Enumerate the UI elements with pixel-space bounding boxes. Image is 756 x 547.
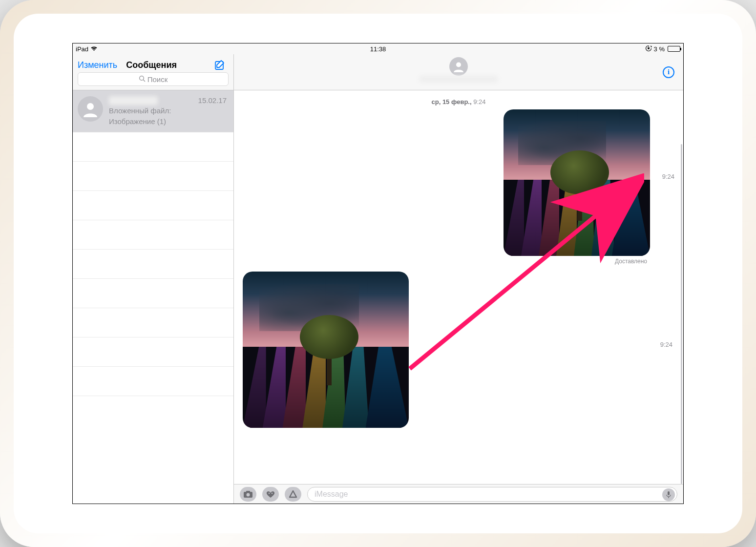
message-sent[interactable]: 9:24	[243, 109, 674, 256]
messages-scroll[interactable]: ср, 15 февр., 9:24	[234, 90, 683, 504]
conversation-name	[109, 96, 158, 105]
battery-icon	[668, 46, 680, 52]
svg-point-5	[87, 103, 94, 110]
list-item	[73, 132, 233, 162]
svg-point-11	[269, 492, 270, 493]
conversation-row[interactable]: 15.02.17 Вложенный файл: Изображение (1)	[73, 90, 233, 132]
contact-name	[420, 76, 498, 83]
sidebar-header: Изменить Сообщения Поиск	[73, 54, 233, 90]
list-item	[73, 308, 233, 337]
app-content: Изменить Сообщения Поиск	[73, 54, 683, 504]
search-icon	[139, 75, 146, 84]
search-input[interactable]: Поиск	[78, 72, 229, 86]
digital-touch-button[interactable]	[262, 487, 279, 502]
status-bar: iPad 11:38 3 %	[73, 43, 683, 54]
list-item	[73, 220, 233, 250]
message-placeholder: iMessage	[315, 490, 348, 499]
svg-rect-1	[648, 47, 650, 49]
sent-timestamp: 9:24	[662, 173, 674, 180]
svg-point-6	[456, 62, 461, 67]
svg-point-12	[272, 492, 273, 493]
svg-rect-9	[246, 491, 250, 492]
conversations-list[interactable]: 15.02.17 Вложенный файл: Изображение (1)	[73, 90, 233, 504]
screen: iPad 11:38 3 %	[72, 43, 684, 504]
battery-percent: 3 %	[654, 45, 665, 53]
conversation-date: 15.02.17	[198, 96, 227, 105]
clock: 11:38	[370, 45, 386, 53]
rotation-lock-icon	[645, 45, 652, 53]
message-input[interactable]: iMessage	[307, 487, 677, 502]
list-item	[73, 191, 233, 220]
contact-avatar[interactable]	[449, 57, 468, 76]
wifi-icon	[90, 45, 98, 53]
compose-button[interactable]	[214, 59, 227, 74]
conversations-sidebar: Изменить Сообщения Поиск	[73, 54, 234, 504]
list-item	[73, 250, 233, 279]
search-placeholder: Поиск	[147, 75, 168, 84]
device-label: iPad	[76, 45, 88, 53]
list-item	[73, 337, 233, 367]
conversation-preview-line1: Вложенный файл:	[109, 106, 227, 116]
compose-bar: iMessage	[234, 484, 683, 504]
info-button[interactable]: i	[663, 66, 674, 78]
sent-image-attachment[interactable]	[504, 109, 650, 256]
delivery-status: Доставлено	[243, 258, 674, 265]
svg-point-3	[139, 76, 144, 80]
conversation-pane: i ср, 15 февр., 9:24	[234, 54, 683, 504]
device-inner-frame: iPad 11:38 3 %	[14, 14, 742, 533]
list-item	[73, 279, 233, 308]
conversation-preview-line2: Изображение (1)	[109, 117, 227, 126]
avatar-icon	[78, 96, 103, 122]
message-received[interactable]	[243, 272, 674, 428]
svg-point-10	[247, 493, 250, 496]
scrollbar[interactable]	[681, 144, 682, 484]
list-item	[73, 367, 233, 396]
svg-rect-13	[668, 491, 670, 495]
edit-button[interactable]: Изменить	[78, 60, 117, 70]
date-header: ср, 15 февр., 9:24	[243, 98, 674, 105]
camera-button[interactable]	[240, 487, 256, 502]
conversation-header: i	[234, 54, 683, 90]
app-store-button[interactable]	[285, 487, 301, 502]
list-item	[73, 162, 233, 191]
received-timestamp: 9:24	[660, 341, 672, 348]
mic-button[interactable]	[662, 488, 675, 501]
svg-line-4	[143, 80, 145, 82]
received-image-attachment[interactable]	[243, 272, 409, 428]
ipad-device-frame: iPad 11:38 3 %	[0, 0, 756, 547]
sidebar-title: Сообщения	[126, 60, 177, 70]
